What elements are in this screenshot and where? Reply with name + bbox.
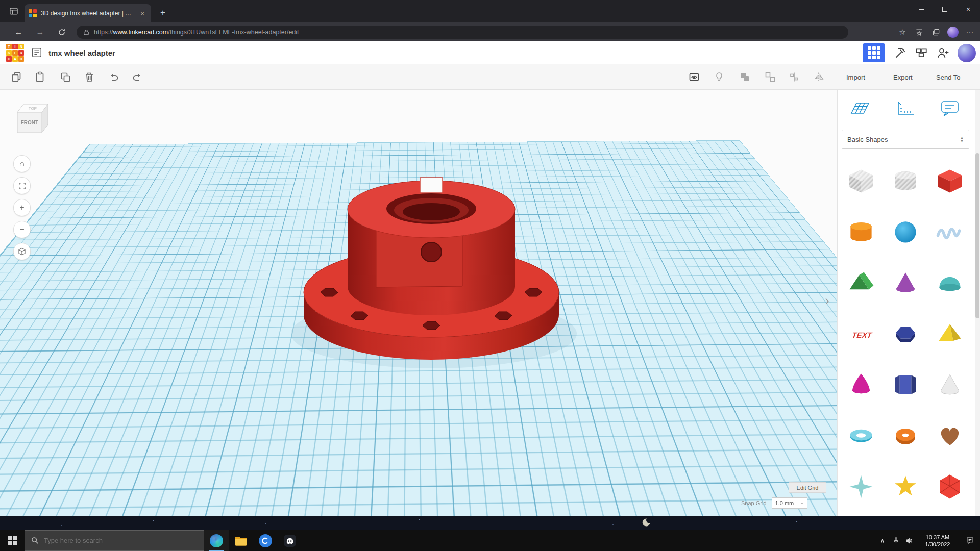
shape-hexagonal-prism[interactable] <box>886 363 925 407</box>
workplane-tool-icon[interactable] <box>848 96 872 120</box>
back-button[interactable]: ← <box>11 24 26 39</box>
favorites-bar-icon[interactable] <box>912 25 926 39</box>
snap-grid-select[interactable]: 1.0 mm ▲ <box>772 497 807 509</box>
tab-actions-icon[interactable] <box>7 5 20 18</box>
shape-star-twisted[interactable] <box>842 465 880 509</box>
microphone-icon[interactable] <box>889 530 902 551</box>
taskbar: ∧ 10:37 AM 1/30/2022 <box>0 530 980 551</box>
shape-text[interactable]: TEXT <box>842 312 880 356</box>
blocks-icon[interactable] <box>915 46 928 60</box>
taskbar-file-explorer-icon[interactable] <box>229 530 253 551</box>
undo-button[interactable] <box>105 68 122 86</box>
panel-scrollbar-thumb[interactable] <box>975 153 979 318</box>
shape-pyramid[interactable] <box>930 312 969 356</box>
shape-scribble[interactable] <box>930 210 969 254</box>
window-close-button[interactable]: × <box>957 0 980 18</box>
shape-heart[interactable] <box>930 414 969 458</box>
copy-button[interactable] <box>8 68 25 86</box>
shape-torus[interactable] <box>842 414 880 458</box>
design-properties-icon[interactable] <box>31 47 42 58</box>
taskbar-cura-icon[interactable] <box>253 530 278 551</box>
align-button[interactable] <box>786 68 803 86</box>
favicon-tile <box>29 14 32 17</box>
fit-view-button[interactable] <box>13 177 31 194</box>
panel-collapse-handle[interactable]: › <box>825 293 829 309</box>
tinker-pickaxe-icon[interactable] <box>893 46 906 60</box>
shape-category-select[interactable]: Basic Shapes ▲▼ <box>842 130 969 149</box>
duplicate-button[interactable] <box>57 68 74 86</box>
shape-box-hole[interactable] <box>842 159 880 203</box>
clock-time: 10:37 AM <box>919 534 957 541</box>
favicon-tile <box>29 9 32 13</box>
viewport-canvas[interactable]: Workplane <box>0 90 837 516</box>
export-button[interactable]: Export <box>888 68 918 86</box>
delete-button[interactable] <box>81 68 98 86</box>
shape-box[interactable] <box>930 159 969 203</box>
snap-grid-label: Snap Grid <box>741 500 767 506</box>
tab-close-icon[interactable]: × <box>138 9 147 18</box>
mirror-button[interactable] <box>810 68 827 86</box>
shape-tube[interactable] <box>886 414 925 458</box>
redo-button[interactable] <box>129 68 146 86</box>
light-view-button[interactable] <box>710 68 728 86</box>
tinkercad-logo[interactable]: TINKERCAD <box>6 44 24 62</box>
notification-center-icon[interactable] <box>960 530 980 551</box>
logo-tile: K <box>6 50 12 56</box>
shape-roof[interactable] <box>842 261 880 305</box>
import-button[interactable]: Import <box>841 68 870 86</box>
window-maximize-button[interactable] <box>933 0 957 18</box>
user-avatar[interactable] <box>958 44 976 62</box>
browser-tab[interactable]: 3D design tmx wheel adapter | Tinkercad … <box>24 4 151 22</box>
shape-paraboloid[interactable] <box>842 363 880 407</box>
taskbar-search[interactable] <box>24 530 204 551</box>
shape-cone[interactable] <box>886 261 925 305</box>
collections-icon[interactable] <box>929 25 943 39</box>
ruler-tool-icon[interactable] <box>893 96 917 120</box>
ungroup-button[interactable] <box>762 68 779 86</box>
browser-menu-icon[interactable]: ··· <box>963 25 977 39</box>
design-title[interactable]: tmx wheel adapter <box>48 48 115 57</box>
favorites-star-icon[interactable]: ☆ <box>895 25 910 39</box>
refresh-button[interactable] <box>54 24 69 39</box>
shape-icosahedron[interactable] <box>930 465 969 509</box>
browser-profile-avatar[interactable] <box>946 25 960 39</box>
view-cube[interactable]: TOP FRONT <box>9 98 52 136</box>
shape-cylinder[interactable] <box>842 210 880 254</box>
send-to-button[interactable]: Send To <box>931 68 965 86</box>
dashboard-grid-button[interactable] <box>863 43 885 62</box>
show-all-button[interactable] <box>685 68 703 86</box>
home-view-button[interactable]: ⌂ <box>13 155 31 172</box>
zoom-out-button[interactable]: − <box>13 221 31 238</box>
model-wheel-adapter[interactable] <box>0 90 837 516</box>
shape-half-sphere[interactable] <box>930 261 969 305</box>
share-person-icon[interactable] <box>936 46 949 60</box>
start-button[interactable] <box>0 530 24 551</box>
address-bar[interactable]: https://www.tinkercad.com/things/3TUwnTs… <box>77 26 848 39</box>
edge-icon <box>210 534 223 547</box>
view-cube-top-label: TOP <box>29 106 37 111</box>
shapes-grid: TEXT <box>839 155 972 512</box>
taskbar-discord-icon[interactable] <box>278 530 302 551</box>
forward-button[interactable]: → <box>33 24 47 39</box>
search-input[interactable] <box>44 537 182 544</box>
speaker-icon[interactable] <box>902 530 916 551</box>
group-button[interactable] <box>736 68 753 86</box>
new-tab-button[interactable]: + <box>156 6 169 19</box>
zoom-in-button[interactable]: + <box>13 199 31 216</box>
shape-cone-white[interactable] <box>930 363 969 407</box>
shape-sphere[interactable] <box>886 210 925 254</box>
shape-star[interactable] <box>886 465 925 509</box>
paste-button[interactable] <box>31 68 48 86</box>
taskbar-clock[interactable]: 10:37 AM 1/30/2022 <box>919 534 957 548</box>
perspective-toggle-button[interactable] <box>13 243 31 260</box>
taskbar-edge-icon[interactable] <box>204 530 229 551</box>
shape-polygon[interactable] <box>886 312 925 356</box>
window-minimize-button[interactable] <box>910 0 933 18</box>
panel-scrollbar[interactable] <box>975 90 980 516</box>
search-icon <box>31 537 39 544</box>
notes-tool-icon[interactable] <box>938 96 962 120</box>
favicon-tile <box>33 14 37 17</box>
edit-grid-button[interactable]: Edit Grid <box>789 482 826 493</box>
shape-cylinder-hole[interactable] <box>886 159 925 203</box>
tray-chevron-icon[interactable]: ∧ <box>876 530 889 551</box>
